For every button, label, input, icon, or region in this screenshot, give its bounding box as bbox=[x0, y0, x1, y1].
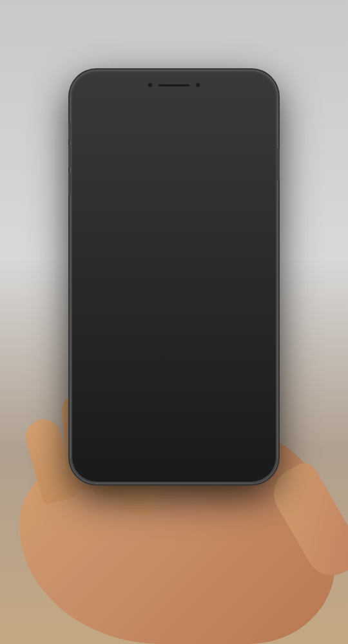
on-knob bbox=[237, 396, 245, 404]
menu-item-battery[interactable]: 🔋 Battery bbox=[81, 186, 200, 212]
attitude-label: Attitude bbox=[108, 298, 134, 307]
about-icon: 📋 bbox=[88, 167, 101, 180]
battery-icon: 🔋 bbox=[88, 193, 101, 205]
svg-line-11 bbox=[229, 165, 231, 167]
on-label: ON bbox=[226, 398, 233, 402]
sidebar-menu: 📋 About device 🔋 Battery ⏱ Speed & milea… bbox=[81, 160, 200, 424]
runtime-label: Run time bbox=[108, 246, 139, 255]
lock-icon: 🔒 bbox=[231, 108, 239, 115]
svg-point-23 bbox=[97, 299, 99, 301]
battery-label: Battery bbox=[108, 194, 132, 204]
phone-power-button bbox=[277, 148, 280, 180]
sidebar-drawer: K2 FOSJOAS 0001 📋 About device 🔋 bbox=[81, 100, 200, 454]
runtime-icon: 🕐 bbox=[88, 244, 101, 257]
setting-label: Setting bbox=[108, 323, 131, 332]
menu-item-setting[interactable]: ⚙ Setting bbox=[81, 315, 200, 341]
menu-item-runtime[interactable]: 🕐 Run time bbox=[81, 238, 200, 263]
sidebar-footer: ⏱ bbox=[81, 424, 200, 454]
attitude-icon bbox=[88, 296, 101, 308]
menu-lines-icon bbox=[227, 383, 242, 390]
day-display: Sunday bbox=[236, 225, 260, 232]
speed-icon: ⏱ bbox=[88, 218, 101, 231]
profile-icon: 👤 bbox=[225, 433, 239, 447]
voltage-icon: 🎚 bbox=[88, 270, 101, 283]
menu-item-attitude[interactable]: Attitude bbox=[81, 289, 200, 315]
phone-wrapper: F OS J OAS FOSJOAS TECHNOLOGY 🔒 bbox=[71, 32, 277, 483]
nav-profile[interactable]: 👤 bbox=[197, 425, 268, 454]
menu-item-speed[interactable]: ⏱ Speed & mileage bbox=[81, 212, 200, 238]
phone-silent-button bbox=[68, 122, 71, 140]
menu-item-voltage[interactable]: 🎚 Voltage & current bbox=[81, 263, 200, 289]
logo-subtitle: FOSJOAS TECHNOLOGY bbox=[101, 116, 161, 120]
on-switch[interactable]: ON bbox=[223, 395, 246, 406]
phone-screen: F OS J OAS FOSJOAS TECHNOLOGY 🔒 bbox=[81, 100, 267, 454]
svg-line-4 bbox=[220, 156, 222, 160]
about-label: About device bbox=[108, 169, 152, 178]
menu-item-help[interactable]: ❓ Help & support bbox=[81, 341, 200, 366]
svg-line-12 bbox=[241, 184, 244, 185]
device-model: K2 bbox=[88, 124, 192, 144]
right-control: ON bbox=[202, 383, 268, 406]
footer-gauge-icon: ⏱ bbox=[135, 433, 146, 446]
help-label: Help & support bbox=[108, 349, 159, 358]
menu-item-about[interactable]: 📋 About device bbox=[81, 160, 200, 186]
separator: · bbox=[230, 225, 232, 232]
logo-os: OS bbox=[107, 106, 120, 116]
help-icon: ❓ bbox=[88, 347, 101, 360]
logo-f: F bbox=[101, 106, 107, 116]
logo-oas: OAS bbox=[125, 106, 144, 116]
camera-dot bbox=[148, 82, 153, 88]
page-background: F OS J OAS FOSJOAS TECHNOLOGY 🔒 bbox=[0, 0, 348, 644]
lock-toggle[interactable]: 🔒 bbox=[231, 106, 260, 115]
device-id: FOSJOAS 0001 bbox=[88, 146, 192, 152]
camera-dot-2 bbox=[195, 82, 200, 88]
phone-vol-down-button bbox=[68, 173, 71, 195]
voltage-label: Voltage & current bbox=[108, 272, 167, 281]
setting-icon: ⚙ bbox=[88, 321, 101, 334]
phone-vol-up-button bbox=[68, 145, 71, 167]
lock-switch[interactable] bbox=[242, 106, 260, 115]
time-display: 12:00 pm bbox=[197, 225, 226, 232]
toggle-knob bbox=[252, 108, 258, 114]
app-content: F OS J OAS FOSJOAS TECHNOLOGY 🔒 bbox=[81, 100, 267, 454]
app-logo: F OS J OAS FOSJOAS TECHNOLOGY bbox=[101, 106, 161, 120]
svg-line-5 bbox=[236, 174, 238, 176]
phone-top-area bbox=[135, 79, 213, 91]
speaker-bar bbox=[158, 84, 190, 87]
datetime-bar: 12:00 pm · Sunday bbox=[197, 225, 260, 232]
svg-point-21 bbox=[93, 300, 97, 304]
speed-label: Speed & mileage bbox=[108, 220, 166, 229]
logo-j: J bbox=[120, 106, 125, 116]
